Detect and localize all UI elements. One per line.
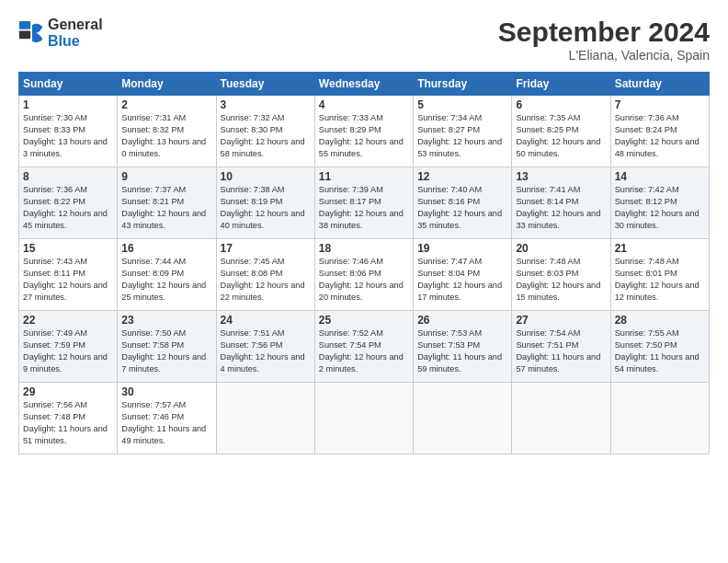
day-info: Sunrise: 7:38 AMSunset: 8:19 PMDaylight:… [221,184,311,232]
day-number: 4 [319,98,409,111]
calendar-page: General Blue September 2024 L'Eliana, Va… [0,0,728,563]
calendar-cell [216,383,314,454]
day-number: 5 [417,98,507,111]
day-info: Sunrise: 7:46 AMSunset: 8:06 PMDaylight:… [319,256,409,304]
day-number: 28 [615,314,705,327]
day-number: 10 [221,170,311,183]
day-number: 12 [417,170,507,183]
day-number: 27 [516,314,606,327]
day-number: 11 [319,170,409,183]
day-info: Sunrise: 7:48 AMSunset: 8:01 PMDaylight:… [615,256,705,304]
calendar-cell: 16Sunrise: 7:44 AMSunset: 8:09 PMDayligh… [118,239,216,311]
day-info: Sunrise: 7:31 AMSunset: 8:32 PMDaylight:… [121,112,211,160]
day-info: Sunrise: 7:57 AMSunset: 7:46 PMDaylight:… [121,399,211,447]
calendar-cell [610,383,709,454]
calendar-cell: 27Sunrise: 7:54 AMSunset: 7:51 PMDayligh… [512,311,610,383]
day-number: 15 [23,242,113,255]
day-number: 1 [23,98,113,111]
location-title: L'Eliana, Valencia, Spain [498,48,710,63]
calendar-cell: 22Sunrise: 7:49 AMSunset: 7:59 PMDayligh… [19,311,118,383]
header: General Blue September 2024 L'Eliana, Va… [18,17,710,63]
day-number: 25 [319,314,409,327]
calendar-cell: 8Sunrise: 7:36 AMSunset: 8:22 PMDaylight… [19,167,118,239]
calendar-cell: 11Sunrise: 7:39 AMSunset: 8:17 PMDayligh… [314,167,413,239]
calendar-cell: 23Sunrise: 7:50 AMSunset: 7:58 PMDayligh… [118,311,216,383]
logo-text-general: General [48,17,103,33]
day-number: 6 [516,98,606,111]
col-saturday: Saturday [610,73,709,96]
day-info: Sunrise: 7:50 AMSunset: 7:58 PMDaylight:… [121,327,211,375]
calendar-cell: 30Sunrise: 7:57 AMSunset: 7:46 PMDayligh… [118,383,216,454]
day-info: Sunrise: 7:40 AMSunset: 8:16 PMDaylight:… [417,184,507,232]
day-info: Sunrise: 7:45 AMSunset: 8:08 PMDaylight:… [221,256,311,304]
calendar-cell: 7Sunrise: 7:36 AMSunset: 8:24 PMDaylight… [610,96,709,167]
calendar-week-row: 15Sunrise: 7:43 AMSunset: 8:11 PMDayligh… [19,239,710,311]
logo-text-blue: Blue [48,33,103,50]
day-number: 14 [615,170,705,183]
calendar-table: Sunday Monday Tuesday Wednesday Thursday… [18,72,710,454]
day-info: Sunrise: 7:36 AMSunset: 8:22 PMDaylight:… [23,184,113,232]
day-number: 17 [221,242,311,255]
day-number: 7 [615,98,705,111]
calendar-cell: 21Sunrise: 7:48 AMSunset: 8:01 PMDayligh… [610,239,709,311]
day-info: Sunrise: 7:34 AMSunset: 8:27 PMDaylight:… [417,112,507,160]
day-info: Sunrise: 7:43 AMSunset: 8:11 PMDaylight:… [23,256,113,304]
calendar-cell: 19Sunrise: 7:47 AMSunset: 8:04 PMDayligh… [414,239,512,311]
calendar-week-row: 29Sunrise: 7:56 AMSunset: 7:48 PMDayligh… [19,383,710,454]
col-thursday: Thursday [414,73,512,96]
day-number: 20 [516,242,606,255]
calendar-cell: 18Sunrise: 7:46 AMSunset: 8:06 PMDayligh… [314,239,413,311]
calendar-cell: 29Sunrise: 7:56 AMSunset: 7:48 PMDayligh… [19,383,118,454]
logo-icon [18,20,44,46]
col-friday: Friday [512,73,610,96]
calendar-cell: 24Sunrise: 7:51 AMSunset: 7:56 PMDayligh… [216,311,314,383]
calendar-cell: 17Sunrise: 7:45 AMSunset: 8:08 PMDayligh… [216,239,314,311]
calendar-cell: 26Sunrise: 7:53 AMSunset: 7:53 PMDayligh… [414,311,512,383]
logo: General Blue [18,17,103,49]
calendar-cell: 4Sunrise: 7:33 AMSunset: 8:29 PMDaylight… [314,96,413,167]
day-number: 16 [121,242,211,255]
day-info: Sunrise: 7:49 AMSunset: 7:59 PMDaylight:… [23,327,113,375]
month-title: September 2024 [498,17,710,48]
day-info: Sunrise: 7:53 AMSunset: 7:53 PMDaylight:… [417,327,507,375]
calendar-cell: 15Sunrise: 7:43 AMSunset: 8:11 PMDayligh… [19,239,118,311]
calendar-cell: 14Sunrise: 7:42 AMSunset: 8:12 PMDayligh… [610,167,709,239]
calendar-week-row: 8Sunrise: 7:36 AMSunset: 8:22 PMDaylight… [19,167,710,239]
col-wednesday: Wednesday [314,73,413,96]
header-row: Sunday Monday Tuesday Wednesday Thursday… [19,73,710,96]
day-number: 19 [417,242,507,255]
day-info: Sunrise: 7:37 AMSunset: 8:21 PMDaylight:… [121,184,211,232]
day-info: Sunrise: 7:51 AMSunset: 7:56 PMDaylight:… [221,327,311,375]
calendar-cell: 5Sunrise: 7:34 AMSunset: 8:27 PMDaylight… [414,96,512,167]
calendar-cell [314,383,413,454]
day-info: Sunrise: 7:56 AMSunset: 7:48 PMDaylight:… [23,399,113,447]
col-monday: Monday [118,73,216,96]
day-info: Sunrise: 7:33 AMSunset: 8:29 PMDaylight:… [319,112,409,160]
calendar-cell: 6Sunrise: 7:35 AMSunset: 8:25 PMDaylight… [512,96,610,167]
day-info: Sunrise: 7:32 AMSunset: 8:30 PMDaylight:… [221,112,311,160]
day-number: 21 [615,242,705,255]
day-number: 23 [121,314,211,327]
svg-rect-1 [19,30,30,39]
calendar-cell: 13Sunrise: 7:41 AMSunset: 8:14 PMDayligh… [512,167,610,239]
day-info: Sunrise: 7:48 AMSunset: 8:03 PMDaylight:… [516,256,606,304]
calendar-cell [414,383,512,454]
day-info: Sunrise: 7:41 AMSunset: 8:14 PMDaylight:… [516,184,606,232]
calendar-cell: 9Sunrise: 7:37 AMSunset: 8:21 PMDaylight… [118,167,216,239]
day-info: Sunrise: 7:39 AMSunset: 8:17 PMDaylight:… [319,184,409,232]
day-info: Sunrise: 7:30 AMSunset: 8:33 PMDaylight:… [23,112,113,160]
day-info: Sunrise: 7:42 AMSunset: 8:12 PMDaylight:… [615,184,705,232]
day-number: 18 [319,242,409,255]
day-number: 9 [121,170,211,183]
calendar-week-row: 22Sunrise: 7:49 AMSunset: 7:59 PMDayligh… [19,311,710,383]
title-block: September 2024 L'Eliana, Valencia, Spain [498,17,710,63]
day-info: Sunrise: 7:47 AMSunset: 8:04 PMDaylight:… [417,256,507,304]
day-info: Sunrise: 7:54 AMSunset: 7:51 PMDaylight:… [516,327,606,375]
calendar-cell: 28Sunrise: 7:55 AMSunset: 7:50 PMDayligh… [610,311,709,383]
calendar-cell [512,383,610,454]
calendar-cell: 2Sunrise: 7:31 AMSunset: 8:32 PMDaylight… [118,96,216,167]
day-number: 22 [23,314,113,327]
day-number: 13 [516,170,606,183]
day-number: 26 [417,314,507,327]
day-number: 8 [23,170,113,183]
